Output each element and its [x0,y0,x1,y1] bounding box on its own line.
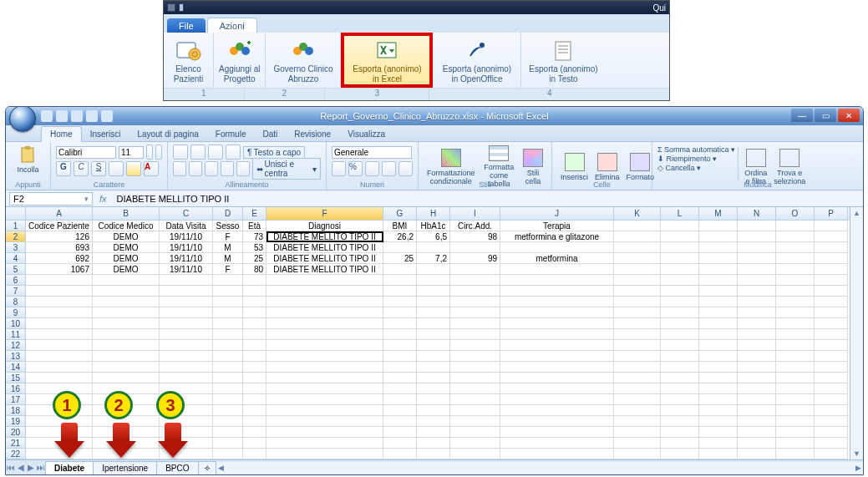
group-elenco-pazienti[interactable]: Elenco Pazienti [164,33,214,88]
cell[interactable] [738,318,776,329]
cell[interactable] [815,405,848,416]
cell[interactable] [661,416,699,427]
cell[interactable] [243,351,266,362]
row-header[interactable]: 8 [6,297,26,307]
cell[interactable] [450,318,500,329]
cell[interactable] [266,427,383,438]
italic-button[interactable]: C [74,161,89,176]
autosum-button[interactable]: Σ Somma automatica ▾ [657,145,735,154]
tab-file[interactable]: File [167,18,206,33]
cell[interactable] [213,362,243,373]
sheet-tab-new[interactable]: ✧ [198,461,216,474]
cell[interactable] [699,264,738,275]
cell[interactable] [26,351,93,362]
cell[interactable] [738,362,776,373]
cell[interactable] [417,297,450,307]
cell[interactable] [738,383,776,394]
row-header[interactable]: 13 [6,351,26,362]
cell[interactable]: 693 [26,242,93,253]
cell[interactable] [383,340,417,351]
cell[interactable] [815,264,848,275]
cell[interactable] [776,329,815,340]
cell[interactable] [213,427,243,438]
cell[interactable] [815,427,848,438]
cell[interactable] [160,307,213,318]
cell[interactable] [417,449,450,459]
cell[interactable] [213,307,243,318]
cell[interactable] [383,383,417,394]
cell[interactable] [815,449,848,459]
cell[interactable] [776,286,815,297]
cell[interactable] [776,416,815,427]
sheet-nav-next[interactable]: ▶ [26,462,36,474]
cell[interactable] [243,449,266,459]
cell[interactable] [661,286,699,297]
cell[interactable] [661,297,699,307]
cell[interactable]: metformina e glitazone [500,231,614,242]
cell[interactable] [738,438,776,449]
row-header[interactable]: 4 [6,253,26,264]
cell[interactable] [417,373,450,383]
align-left[interactable] [173,161,186,176]
cell[interactable] [266,307,383,318]
cell[interactable] [661,373,699,383]
cell[interactable] [383,329,417,340]
cell[interactable] [213,394,243,405]
cell[interactable]: DIABETE MELLITO TIPO II [266,242,383,253]
row-header[interactable]: 19 [6,416,26,427]
cell[interactable] [500,297,614,307]
cell[interactable] [417,362,450,373]
cell[interactable]: Terapia [500,221,614,231]
cell[interactable] [738,427,776,438]
shrink-font[interactable] [155,145,162,160]
cell[interactable] [500,275,614,286]
cell[interactable] [450,438,500,449]
cell[interactable] [266,405,383,416]
cell[interactable] [266,394,383,405]
cell[interactable] [383,264,417,275]
align-right[interactable] [205,161,218,176]
cell[interactable] [661,275,699,286]
office-orb[interactable] [9,106,36,132]
cell[interactable] [699,383,738,394]
cell[interactable] [243,427,266,438]
comma-button[interactable] [365,161,379,176]
cell[interactable] [776,307,815,318]
cell[interactable] [699,373,738,383]
cell[interactable] [815,438,848,449]
cell[interactable] [160,318,213,329]
cell[interactable] [417,264,450,275]
cell[interactable] [661,242,699,253]
cell[interactable] [213,438,243,449]
cell[interactable] [699,307,738,318]
indent-inc[interactable] [236,161,250,176]
cell[interactable] [243,318,266,329]
tab-layout[interactable]: Layout di pagina [129,127,206,141]
sheet-tab-bpco[interactable]: BPCO [156,461,198,474]
group-esporta-excel[interactable]: Esporta (anonimo) in Excel [341,33,433,88]
col-header[interactable]: H [417,207,450,221]
row-header[interactable]: 14 [6,362,26,373]
qat-print[interactable] [86,110,98,122]
cell[interactable] [661,383,699,394]
cell[interactable]: Diagnosi [266,221,383,231]
cell[interactable] [738,307,776,318]
cell[interactable] [500,438,614,449]
horizontal-scrollbar[interactable]: ◀▶ [216,462,863,474]
tab-home[interactable]: Home [41,126,82,142]
cell[interactable] [738,297,776,307]
cell[interactable] [450,329,500,340]
cell[interactable] [266,373,383,383]
cell[interactable]: 692 [26,253,93,264]
cell[interactable] [776,394,815,405]
row-header[interactable]: 5 [6,264,26,275]
cell[interactable]: Codice Medico [93,221,160,231]
cell[interactable] [738,275,776,286]
row-header[interactable]: 1 [6,221,26,231]
cell[interactable] [213,318,243,329]
cell[interactable] [160,286,213,297]
cell[interactable]: F [213,231,243,242]
cell[interactable] [699,297,738,307]
cell[interactable] [417,351,450,362]
cell[interactable] [699,340,738,351]
